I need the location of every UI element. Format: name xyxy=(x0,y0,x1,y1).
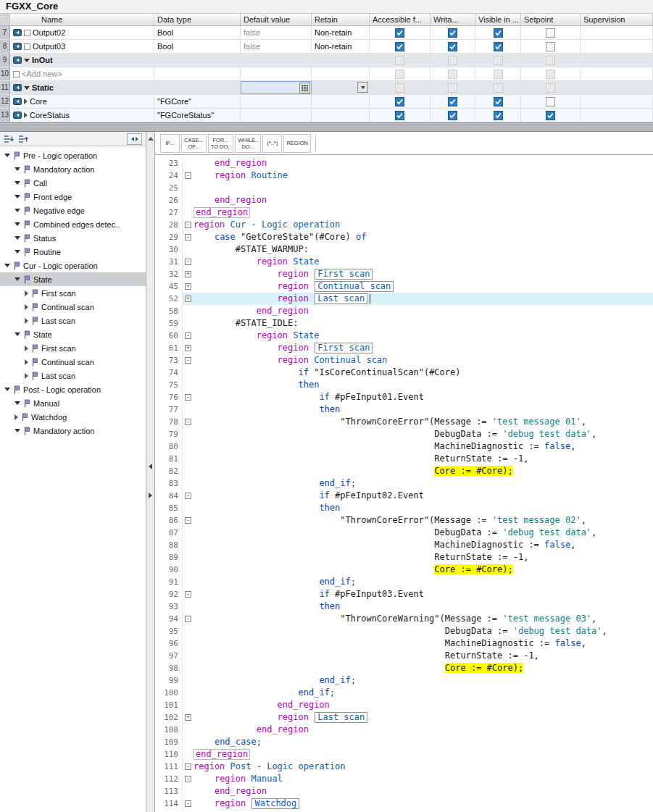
retain-cell[interactable] xyxy=(312,95,370,108)
code-line[interactable]: 99 end_if; xyxy=(155,674,653,687)
code-line[interactable]: 85 then xyxy=(155,502,653,514)
fold-marker[interactable]: - xyxy=(185,172,191,179)
collapse-all-icon[interactable] xyxy=(18,135,28,143)
name-cell[interactable]: <Add new> xyxy=(10,67,154,80)
name-cell[interactable]: Output03 xyxy=(10,40,154,53)
tree-collapsed-icon[interactable] xyxy=(25,346,28,351)
tree-item[interactable]: State xyxy=(0,327,146,341)
visible-checkbox[interactable] xyxy=(494,42,503,51)
code-line[interactable]: 108 end_region xyxy=(155,724,653,736)
code-line[interactable]: 90 Core := #Core); xyxy=(155,564,653,576)
fold-marker[interactable]: - xyxy=(185,357,191,364)
row-number[interactable]: 9 xyxy=(0,54,10,67)
code-line[interactable]: 97 ReturnState := -1, xyxy=(155,650,653,662)
data-type-cell[interactable] xyxy=(154,54,241,67)
editor-toolbar-button[interactable]: WHILE..DO... xyxy=(235,134,261,153)
code-line[interactable]: 102+ region Last scan xyxy=(155,711,653,724)
tree-expanded-icon[interactable] xyxy=(4,388,10,391)
accessible-checkbox[interactable] xyxy=(395,42,404,51)
code-line[interactable]: 94- "ThrownCoreWarning"(Message := 'test… xyxy=(155,613,653,625)
row-number[interactable]: 13 xyxy=(0,109,10,122)
fold-marker[interactable]: + xyxy=(185,271,191,277)
tree-item[interactable]: Status xyxy=(0,231,146,245)
row-number[interactable]: 12 xyxy=(0,95,10,108)
editor-toolbar-button[interactable]: REGION xyxy=(283,134,311,153)
expand-icon[interactable] xyxy=(24,99,28,104)
writable-checkbox[interactable] xyxy=(448,28,457,38)
collapse-icon[interactable] xyxy=(24,59,30,62)
open-value-button[interactable] xyxy=(299,83,310,93)
tree-item[interactable]: Last scan xyxy=(0,369,146,382)
data-type-cell[interactable]: Bool xyxy=(154,26,241,39)
default-value-cell[interactable] xyxy=(241,81,312,94)
default-value-cell[interactable] xyxy=(241,67,312,80)
editor-toolbar-button[interactable]: FOR...TO DO.. xyxy=(208,134,234,153)
tree-item[interactable]: Continual scan xyxy=(0,300,146,314)
tree-expanded-icon[interactable] xyxy=(14,222,20,226)
tree-collapsed-icon[interactable] xyxy=(25,373,28,379)
default-value-cell[interactable] xyxy=(241,109,312,122)
writable-checkbox[interactable] xyxy=(448,111,457,120)
code-line[interactable]: 114- region Watchdog xyxy=(155,798,653,810)
tree-expanded-icon[interactable] xyxy=(14,181,20,185)
data-type-cell[interactable]: "FGCoreStatus" xyxy=(154,109,241,122)
fold-marker[interactable]: - xyxy=(185,616,191,622)
data-type-cell[interactable]: "FGCore" xyxy=(154,95,241,108)
data-type-cell[interactable]: Bool xyxy=(154,40,241,53)
tree-expanded-icon[interactable] xyxy=(4,154,10,157)
tree-item[interactable]: Front edge xyxy=(0,190,146,204)
fold-marker[interactable]: + xyxy=(185,714,191,721)
retain-cell[interactable] xyxy=(312,67,370,80)
tree-item[interactable]: Cur - Logic operation xyxy=(0,259,146,272)
tree-collapsed-icon[interactable] xyxy=(14,414,18,420)
fold-marker[interactable]: + xyxy=(185,296,191,302)
default-value-cell[interactable]: false xyxy=(241,26,312,39)
tree-item[interactable]: Mandatory action xyxy=(0,162,146,176)
default-value-cell[interactable] xyxy=(241,54,312,67)
code-line[interactable]: 100 end_if; xyxy=(155,687,653,699)
row-number[interactable]: 8 xyxy=(0,40,10,53)
tree-expanded-icon[interactable] xyxy=(14,277,20,281)
fold-marker[interactable]: - xyxy=(185,517,191,524)
tree-expanded-icon[interactable] xyxy=(14,209,20,212)
retain-cell[interactable]: Non-retain xyxy=(312,40,370,53)
code-line[interactable]: 92- if #pFeInput03.Event xyxy=(155,588,653,600)
accessible-checkbox[interactable] xyxy=(395,28,404,38)
region-name-box[interactable]: Last scan xyxy=(315,712,367,723)
region-name-box[interactable]: First scan xyxy=(315,269,373,280)
visible-checkbox[interactable] xyxy=(494,111,503,120)
retain-cell[interactable] xyxy=(312,81,370,94)
code-line[interactable]: 98 Core := #Core); xyxy=(155,662,653,674)
tree-collapsed-icon[interactable] xyxy=(25,290,28,296)
code-line[interactable]: 83 end_if; xyxy=(155,477,653,490)
code-line[interactable]: 75 then xyxy=(155,379,653,391)
fold-marker[interactable]: - xyxy=(185,493,191,499)
code-line[interactable]: 73- region Continual scan xyxy=(155,354,653,367)
fold-marker[interactable]: - xyxy=(185,234,191,240)
tree-item[interactable]: Manual xyxy=(0,396,146,410)
retain-cell[interactable] xyxy=(312,109,370,122)
tree-item[interactable]: Pre - Logic operation xyxy=(0,148,146,162)
code-line[interactable]: 24- region Routine xyxy=(155,169,653,182)
fold-marker[interactable]: - xyxy=(185,332,191,339)
writable-checkbox[interactable] xyxy=(448,42,457,51)
tree-item[interactable]: Routine xyxy=(0,245,146,259)
name-cell[interactable]: CoreStatus xyxy=(10,109,154,122)
region-name-box[interactable]: Continual scan xyxy=(315,281,394,292)
tree-item[interactable]: Continual scan xyxy=(0,355,146,369)
code-line[interactable]: 27end_region xyxy=(155,206,653,219)
code-line[interactable]: 93 then xyxy=(155,600,653,613)
code-line[interactable]: 95 DebugData := 'debug test data', xyxy=(155,625,653,637)
code-line[interactable]: 60- region State xyxy=(155,330,653,342)
setpoint-checkbox[interactable] xyxy=(546,42,555,51)
visible-checkbox[interactable] xyxy=(494,28,503,38)
fold-marker[interactable]: - xyxy=(185,222,191,228)
tree-item[interactable]: First scan xyxy=(0,286,146,300)
code-line[interactable]: 78- "ThrownCoreError"(Message := 'test m… xyxy=(155,416,653,428)
fold-marker[interactable]: - xyxy=(185,763,191,770)
fold-marker[interactable]: - xyxy=(185,419,191,425)
fold-marker[interactable]: - xyxy=(185,394,191,401)
code-line[interactable]: 80 MachineDiagnostic := false, xyxy=(155,440,653,453)
row-number[interactable]: 10 xyxy=(0,67,10,80)
code-line[interactable]: 30 #STATE_WARMUP: xyxy=(155,243,653,256)
